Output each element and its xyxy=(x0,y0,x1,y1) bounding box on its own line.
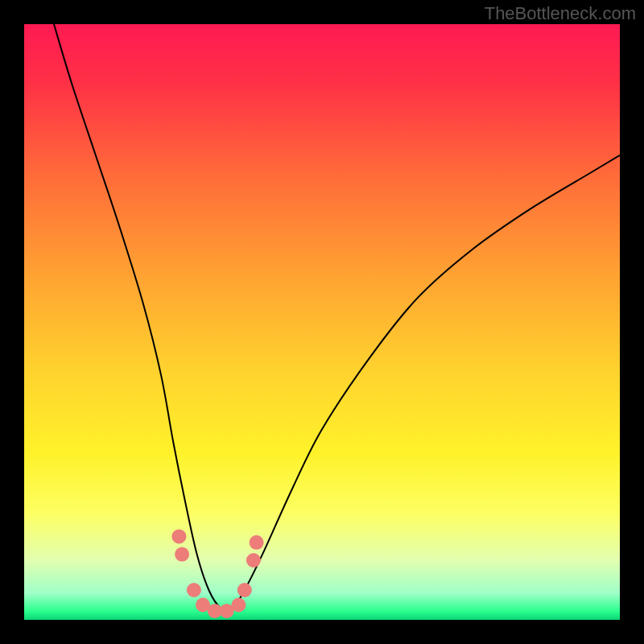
curve-marker xyxy=(187,583,201,597)
marker-group xyxy=(171,529,263,618)
curve-marker xyxy=(231,598,246,613)
bottleneck-curve-path xyxy=(54,24,620,610)
curve-marker xyxy=(246,553,261,568)
curve-marker xyxy=(250,535,264,550)
curve-marker xyxy=(237,583,252,597)
plot-area xyxy=(24,24,620,620)
watermark-text: TheBottleneck.com xyxy=(485,3,636,24)
curve-layer xyxy=(24,24,620,620)
curve-marker xyxy=(171,529,186,543)
curve-marker xyxy=(175,547,189,562)
outer-frame: TheBottleneck.com xyxy=(0,0,644,644)
